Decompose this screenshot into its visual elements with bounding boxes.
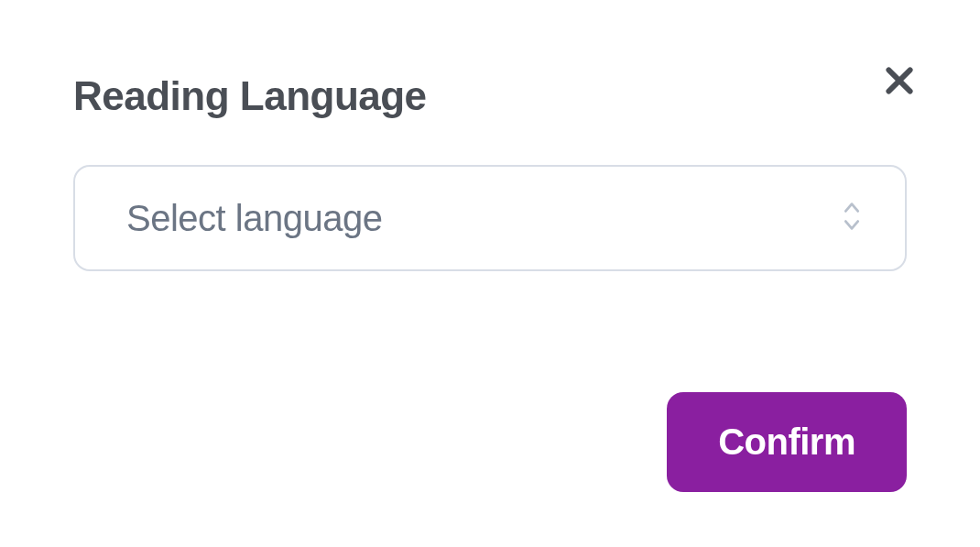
reading-language-modal: Reading Language Select language Confirm [0,0,980,547]
modal-title: Reading Language [73,73,907,119]
confirm-button[interactable]: Confirm [667,392,907,492]
close-icon [881,62,918,102]
language-select-wrapper: Select language [73,165,907,271]
modal-footer: Confirm [667,392,907,492]
language-select-placeholder: Select language [126,198,382,239]
close-button[interactable] [874,55,925,109]
language-select[interactable]: Select language [73,165,907,271]
